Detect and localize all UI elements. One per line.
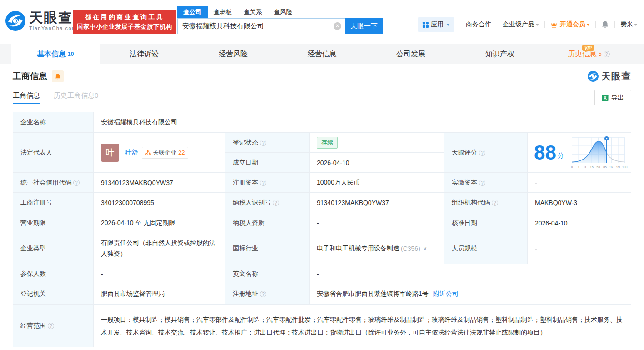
search-tab-boss[interactable]: 查老板 [208, 6, 238, 18]
subtab-history-business-info[interactable]: 历史工商信息0 [54, 91, 98, 104]
vip-upgrade-menu[interactable]: 开通会员 [550, 20, 590, 29]
help-icon[interactable]: ? [604, 51, 610, 57]
related-companies-badge[interactable]: 关联企业 22 [142, 147, 188, 159]
username: 费米 [620, 20, 633, 29]
tab-company-development[interactable]: 公司发展 [366, 44, 455, 64]
field-value-insured-count: - [94, 264, 225, 284]
search-tab-company[interactable]: 查公司 [177, 6, 208, 18]
field-label-paid-capital: 实缴资本? [444, 173, 528, 193]
field-value-reg-number: 340123000708995 [94, 193, 225, 213]
divider [614, 21, 615, 28]
business-info-table: 企业名称 安徽福耀模具科技有限公司 法定代表人 叶 叶舒 关联企业 22 登记状… [13, 112, 631, 347]
logo-subtitle: TianYanCha.com [29, 25, 77, 31]
svg-text:3: 3 [584, 165, 586, 168]
search-input[interactable] [177, 18, 345, 34]
field-label-english-name: 英文名称 [225, 264, 310, 284]
svg-text:0: 0 [571, 165, 573, 168]
promo-banner-line1: 都在用的商业查询工具 [85, 13, 165, 21]
field-label-industry: 国标行业 [225, 233, 310, 264]
tianyancha-logo-icon [5, 10, 26, 32]
field-label-reg-number: 工商注册号 [13, 193, 94, 213]
watermark-logo: 天眼查 [587, 70, 631, 83]
svg-text:15: 15 [590, 165, 594, 168]
related-companies-label: 关联企业 [153, 149, 176, 157]
field-value-establish-date: 2026-04-10 [310, 153, 444, 173]
svg-text:85: 85 [603, 165, 607, 168]
notifications-bell-icon[interactable] [601, 20, 609, 29]
field-value-tianyan-score: 88 分 [528, 133, 631, 173]
field-label-reg-address: 注册地址? [225, 284, 310, 305]
tab-label: 知识产权 [485, 50, 514, 59]
help-icon[interactable]: ? [273, 200, 279, 206]
site-logo[interactable]: 天眼查 TianYanCha.com [5, 10, 77, 32]
tab-operating-risk[interactable]: 经营风险 [189, 44, 278, 64]
field-value-taxpayer-id: 91340123MAKBQ0YW37 [310, 193, 444, 213]
nearby-companies-link[interactable]: 附近公司 [433, 290, 459, 298]
excel-icon: X [602, 95, 609, 101]
tab-history-info[interactable]: VIP 历史信息 5 ? [544, 44, 633, 64]
help-icon[interactable]: ? [260, 180, 266, 186]
help-icon[interactable]: ? [260, 140, 266, 146]
apps-grid-icon [422, 21, 429, 28]
tab-operating-info[interactable]: 经营信息 [278, 44, 367, 64]
clear-search-icon[interactable]: ✕ [334, 22, 341, 30]
help-icon[interactable]: ? [73, 180, 80, 186]
field-value-legal-rep: 叶 叶舒 关联企业 22 [94, 133, 225, 173]
tab-legal-proceedings[interactable]: 法律诉讼 [100, 44, 189, 64]
legal-rep-name-link[interactable]: 叶舒 [125, 148, 138, 157]
related-companies-count: 22 [178, 149, 185, 156]
vip-upgrade-label: 开通会员 [560, 20, 585, 29]
help-icon[interactable]: ? [479, 150, 485, 156]
field-label-business-scope: 经营范围? [13, 305, 94, 347]
field-value-reg-address: 安徽省合肥市肥西县紫蓬镇将军岭路1号 附近公司 [310, 284, 631, 305]
tab-label: 经营信息 [308, 50, 337, 59]
search-tab-risk[interactable]: 查风险 [268, 6, 299, 18]
apps-menu[interactable]: 应用 [418, 17, 454, 32]
help-icon[interactable]: ? [48, 323, 54, 329]
export-button[interactable]: X 导出 [594, 90, 631, 105]
field-label-reg-authority: 登记机关 [13, 284, 94, 305]
tab-label: 经营风险 [219, 50, 248, 59]
field-label-credit-code: 统一社会信用代码? [13, 173, 94, 193]
field-label-reg-status: 登记状态? [225, 133, 310, 153]
business-coop-link[interactable]: 商务合作 [466, 20, 491, 29]
field-label-company-name: 企业名称 [13, 112, 94, 133]
monitor-bell-icon[interactable] [52, 70, 64, 82]
subtab-business-info[interactable]: 工商信息 [13, 91, 40, 104]
field-label-company-type: 企业类型 [13, 233, 94, 264]
field-value-reg-status: 存续 [310, 133, 444, 153]
chevron-down-icon[interactable]: ∨ [423, 245, 427, 252]
field-value-reg-capital: 10000万人民币 [310, 173, 444, 193]
svg-text:X: X [604, 95, 607, 100]
field-value-company-type: 有限责任公司（非自然人投资或控股的法人独资） [94, 233, 225, 264]
field-label-taxpayer-id: 纳税人识别号? [225, 193, 310, 213]
tab-count: 10 [68, 51, 74, 57]
field-label-approval-date: 核准日期 [444, 213, 528, 233]
legal-rep-avatar[interactable]: 叶 [101, 144, 119, 162]
score-distribution-chart: 0 1 3 15 50 85 97 99 100 [569, 135, 628, 171]
help-icon[interactable]: ? [260, 291, 266, 297]
help-icon[interactable]: ? [492, 200, 498, 206]
field-value-staff-size: - [528, 233, 631, 264]
score-unit: 分 [558, 152, 564, 160]
network-icon [145, 150, 151, 155]
tab-intellectual-property[interactable]: 知识产权 [455, 44, 544, 64]
field-value-org-code: MAKBQ0YW-3 [528, 193, 631, 213]
header-right-menu: 应用 商务合作 企业级产品 开通会员 费米 [418, 17, 638, 32]
help-icon[interactable]: ? [479, 180, 485, 186]
enterprise-products-menu[interactable]: 企业级产品 [503, 20, 539, 29]
field-value-business-scope: 一般项目：模具制造；模具销售；汽车零部件及配件制造；汽车零配件批发；汽车零配件零… [94, 305, 631, 347]
field-value-paid-capital: - [528, 173, 631, 193]
divider [460, 21, 460, 28]
chevron-down-icon [446, 24, 450, 26]
site-header: 天眼查 TianYanCha.com 都在用的商业查询工具 国家中小企业发展子基… [0, 0, 644, 41]
field-value-taxpayer-quality: - [310, 213, 444, 233]
search-button[interactable]: 天眼一下 [345, 18, 383, 34]
company-nav-bar: 基本信息 10 法律诉讼 经营风险 经营信息 公司发展 知识产权 VIP 历史信… [0, 44, 644, 64]
svg-text:1: 1 [578, 165, 579, 168]
user-account-menu[interactable]: 费米 [620, 20, 638, 29]
tab-basic-info[interactable]: 基本信息 10 [11, 44, 100, 64]
search-tab-relation[interactable]: 查关系 [238, 6, 268, 18]
svg-text:99: 99 [616, 165, 620, 168]
field-label-taxpayer-quality: 纳税人资质 [225, 213, 310, 233]
